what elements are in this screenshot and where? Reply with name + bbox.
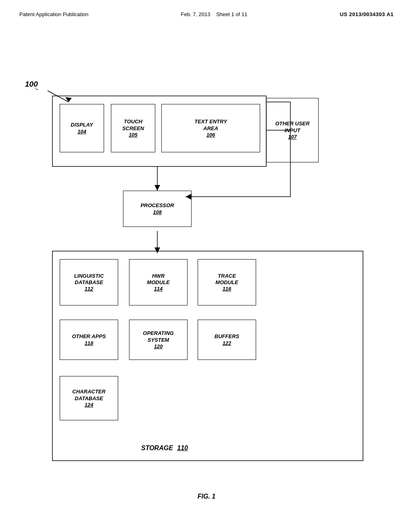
box-display: DISPLAY 104 bbox=[60, 104, 104, 152]
diagram-area: 100 → DISPLAY 104 TOUCHSCREEN 105 TEXT E… bbox=[0, 17, 413, 493]
storage-label: STORAGE 110 bbox=[141, 445, 188, 452]
buffers-number: 122 bbox=[223, 340, 232, 346]
touch-screen-number: 105 bbox=[129, 132, 138, 138]
box-touch-screen: TOUCHSCREEN 105 bbox=[111, 104, 155, 152]
box-buffers: BUFFERS 122 bbox=[198, 320, 256, 360]
trace-module-label: TRACEMODULE bbox=[215, 273, 238, 286]
header-date-sheet: Feb. 7, 2013 Sheet 1 of 11 bbox=[181, 11, 247, 17]
box-text-entry: TEXT ENTRYAREA 106 bbox=[161, 104, 260, 152]
text-entry-number: 106 bbox=[206, 132, 215, 138]
hwr-module-label: HWRMODULE bbox=[147, 273, 169, 286]
operating-system-number: 120 bbox=[154, 343, 163, 349]
svg-marker-1 bbox=[65, 97, 72, 102]
trace-module-number: 116 bbox=[223, 286, 232, 292]
box-other-apps: OTHER APPS 118 bbox=[60, 320, 118, 360]
box-operating-system: OPERATINGSYSTEM 120 bbox=[129, 320, 188, 360]
header-patent-number: US 2013/0034303 A1 bbox=[340, 11, 394, 17]
box-hwr-module: HWRMODULE 114 bbox=[129, 259, 188, 305]
other-user-input-number: 107 bbox=[288, 134, 297, 140]
character-db-number: 124 bbox=[85, 402, 94, 408]
box-processor: PROCESSOR 108 bbox=[123, 191, 192, 227]
svg-line-0 bbox=[48, 91, 69, 102]
header-date: Feb. 7, 2013 bbox=[181, 11, 210, 17]
display-label: DISPLAY bbox=[71, 122, 93, 128]
processor-number: 108 bbox=[153, 209, 162, 215]
box-linguistic-db: LINGUISTICDATABASE 112 bbox=[60, 259, 118, 305]
other-apps-label: OTHER APPS bbox=[72, 333, 106, 340]
other-apps-number: 118 bbox=[85, 340, 94, 346]
touch-screen-label: TOUCHSCREEN bbox=[122, 118, 144, 132]
buffers-label: BUFFERS bbox=[215, 333, 239, 340]
text-entry-label: TEXT ENTRYAREA bbox=[194, 118, 227, 132]
linguistic-db-number: 112 bbox=[85, 286, 94, 292]
svg-marker-7 bbox=[154, 185, 160, 191]
hwr-module-number: 114 bbox=[154, 286, 163, 292]
figure-label: FIG. 1 bbox=[0, 493, 413, 500]
processor-label: PROCESSOR bbox=[140, 202, 174, 209]
box-trace-module: TRACEMODULE 116 bbox=[198, 259, 256, 305]
character-db-label: CHARACTERDATABASE bbox=[72, 389, 105, 402]
box-character-db: CHARACTERDATABASE 124 bbox=[60, 376, 118, 420]
svg-marker-12 bbox=[154, 247, 160, 253]
linguistic-db-label: LINGUISTICDATABASE bbox=[74, 273, 104, 286]
page-header: Patent Application Publication Feb. 7, 2… bbox=[0, 0, 413, 17]
box-other-user-input: OTHER USERINPUT 107 bbox=[266, 98, 319, 162]
other-user-input-label: OTHER USERINPUT bbox=[275, 121, 309, 134]
header-publication-type: Patent Application Publication bbox=[19, 11, 88, 17]
operating-system-label: OPERATINGSYSTEM bbox=[143, 330, 173, 343]
header-sheet: Sheet 1 of 11 bbox=[216, 11, 247, 17]
display-number: 104 bbox=[77, 129, 86, 135]
